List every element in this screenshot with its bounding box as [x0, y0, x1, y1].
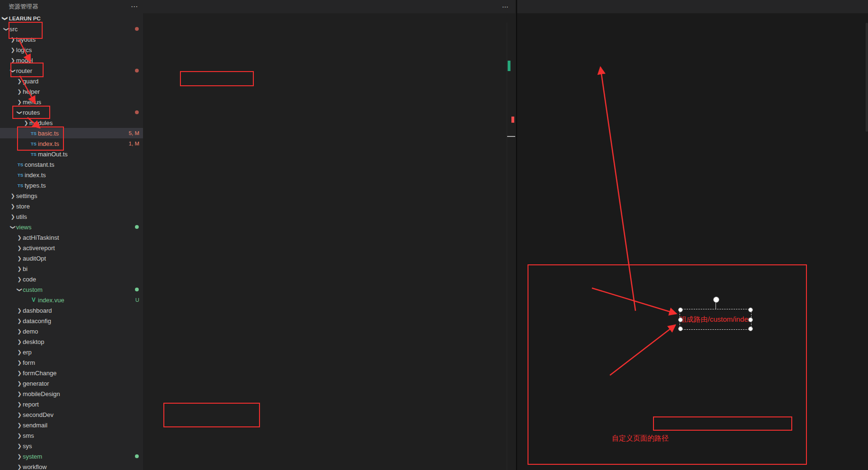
- tree-item-generator[interactable]: ❯generator: [0, 378, 143, 389]
- tree-item-actHiTaskinst[interactable]: ❯actHiTaskinst: [0, 232, 143, 243]
- tree-item-formChange[interactable]: ❯formChange: [0, 368, 143, 378]
- tree-item-label: erp: [23, 349, 32, 356]
- tree-item-erp[interactable]: ❯erp: [0, 347, 143, 357]
- chevron-right-icon: ❯: [16, 422, 23, 428]
- tree-item-guard[interactable]: ❯guard: [0, 76, 143, 86]
- tree-item-label: logics: [16, 46, 32, 54]
- tree-item-index.ts[interactable]: TSindex.ts1, M: [0, 138, 143, 149]
- tree-item-views[interactable]: ❯views: [0, 222, 143, 232]
- chevron-right-icon: ❯: [9, 47, 16, 53]
- chevron-down-icon: ❯: [3, 26, 9, 32]
- tree-item-demo[interactable]: ❯demo: [0, 326, 143, 336]
- git-status-badge: U: [135, 297, 139, 303]
- tree-item-constant.ts[interactable]: TSconstant.ts: [0, 159, 143, 170]
- tree-item-label: layouts: [16, 36, 36, 43]
- tree-item-label: modules: [29, 119, 53, 127]
- tree-item-mainOut.ts[interactable]: TSmainOut.ts: [0, 149, 143, 159]
- tree-item-sms[interactable]: ❯sms: [0, 430, 143, 441]
- project-root-row[interactable]: ❯ LEARUN PC: [0, 13, 143, 24]
- ruler-added-mark: [508, 61, 510, 71]
- modified-dot-icon: [135, 288, 139, 291]
- tree-item-utils[interactable]: ❯utils: [0, 211, 143, 222]
- tree-item-bi[interactable]: ❯bi: [0, 263, 143, 274]
- tree-item-label: secondDev: [23, 411, 54, 418]
- tree-item-index.ts[interactable]: TSindex.ts: [0, 170, 143, 180]
- overview-ruler[interactable]: [507, 23, 515, 470]
- chevron-right-icon: ❯: [16, 255, 23, 262]
- tree-item-report[interactable]: ❯report: [0, 399, 143, 409]
- tree-item-label: guard: [23, 78, 38, 85]
- tree-item-router[interactable]: ❯router: [0, 65, 143, 76]
- editor-group-right: [516, 0, 868, 470]
- ts-file-icon: TS: [29, 152, 38, 157]
- ts-file-icon: TS: [16, 183, 25, 188]
- tree-item-dashboard[interactable]: ❯dashboard: [0, 305, 143, 316]
- tree-item-model[interactable]: ❯model: [0, 55, 143, 65]
- tree-item-routes[interactable]: ❯routes: [0, 107, 143, 118]
- chevron-right-icon: ❯: [16, 78, 23, 84]
- explorer-title: 资源管理器: [9, 3, 38, 11]
- tree-item-auditOpt[interactable]: ❯auditOpt: [0, 253, 143, 263]
- tree-item-mobileDesign[interactable]: ❯mobileDesign: [0, 389, 143, 399]
- chevron-right-icon: ❯: [16, 443, 23, 449]
- tree-item-menus[interactable]: ❯menus: [0, 97, 143, 107]
- chevron-down-icon: ❯: [17, 109, 23, 116]
- tree-item-label: actHiTaskinst: [23, 234, 59, 241]
- modified-dot-icon: [135, 27, 139, 31]
- chevron-right-icon: ❯: [16, 328, 23, 334]
- tree-item-sendmail[interactable]: ❯sendmail: [0, 420, 143, 430]
- editor-actions-icon[interactable]: ⋯: [502, 3, 509, 10]
- tree-item-label: auditOpt: [23, 255, 46, 262]
- tree-item-label: utils: [16, 213, 27, 220]
- tree-item-types.ts[interactable]: TStypes.ts: [0, 180, 143, 190]
- tree-item-helper[interactable]: ❯helper: [0, 86, 143, 97]
- tree-item-dataconfig[interactable]: ❯dataconfig: [0, 316, 143, 326]
- ts-file-icon: TS: [16, 162, 25, 167]
- tree-item-label: activereport: [23, 244, 55, 252]
- tree-item-desktop[interactable]: ❯desktop: [0, 336, 143, 347]
- ruler-error-mark: [511, 117, 514, 123]
- tree-item-basic.ts[interactable]: TSbasic.ts5, M: [0, 128, 143, 138]
- tree-item-label: routes: [23, 109, 40, 116]
- chevron-right-icon: ❯: [16, 360, 23, 366]
- tree-item-label: form: [23, 359, 35, 366]
- tree-item-label: basic.ts: [38, 130, 59, 137]
- tree-item-logics[interactable]: ❯logics: [0, 45, 143, 55]
- tree-item-code[interactable]: ❯code: [0, 274, 143, 284]
- scrollbar[interactable]: [866, 23, 868, 132]
- tree-item-secondDev[interactable]: ❯secondDev: [0, 409, 143, 420]
- modified-dot-icon: [135, 225, 139, 229]
- tree-item-modules[interactable]: ❯modules: [0, 118, 143, 128]
- tree-item-activereport[interactable]: ❯activereport: [0, 243, 143, 253]
- tree-item-label: sys: [23, 443, 32, 450]
- chevron-right-icon: ❯: [16, 339, 23, 345]
- tree-item-label: sms: [23, 432, 34, 439]
- explorer-sidebar: 资源管理器 ⋯ ❯ LEARUN PC ❯src❯layouts❯logics❯…: [0, 0, 143, 470]
- chevron-right-icon: ❯: [16, 276, 23, 282]
- tree-item-label: custom: [23, 286, 43, 293]
- chevron-right-icon: ❯: [9, 214, 16, 220]
- tree-item-label: index.ts: [38, 140, 59, 147]
- tree-item-label: sendmail: [23, 422, 47, 429]
- chevron-right-icon: ❯: [23, 120, 29, 126]
- tree-item-layouts[interactable]: ❯layouts: [0, 34, 143, 45]
- tree-item-label: dashboard: [23, 307, 52, 314]
- tree-item-form[interactable]: ❯form: [0, 357, 143, 368]
- vue-file-icon: V: [29, 297, 38, 303]
- tree-item-label: router: [16, 67, 32, 74]
- tree-item-index.vue[interactable]: Vindex.vueU: [0, 295, 143, 305]
- tree-item-store[interactable]: ❯store: [0, 201, 143, 211]
- tree-item-sys[interactable]: ❯sys: [0, 441, 143, 451]
- tree-item-label: helper: [23, 88, 40, 95]
- tree-item-system[interactable]: ❯system: [0, 451, 143, 461]
- tree-item-workflow[interactable]: ❯workflow: [0, 461, 143, 470]
- tree-item-custom[interactable]: ❯custom: [0, 284, 143, 295]
- chevron-right-icon: ❯: [16, 245, 23, 251]
- tree-item-settings[interactable]: ❯settings: [0, 190, 143, 201]
- tree-item-label: workflow: [23, 463, 47, 470]
- right-tabbar: [517, 0, 868, 13]
- more-actions-icon[interactable]: ⋯: [131, 2, 138, 11]
- chevron-down-icon: ❯: [10, 67, 16, 74]
- tree-item-src[interactable]: ❯src: [0, 24, 143, 34]
- tree-item-label: bi: [23, 265, 27, 272]
